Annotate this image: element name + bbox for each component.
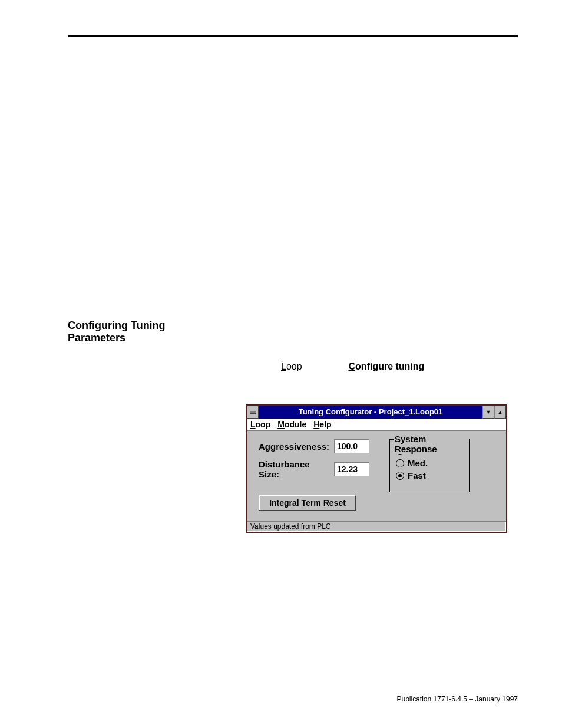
instruction-line: Loop Configure tuning (281, 361, 518, 372)
tuning-configurator-window: Tuning Configurator - Project_1.Loop01 ▼… (246, 404, 507, 533)
system-response-group: System Response Slow Med. Fast (389, 439, 470, 492)
radio-icon (396, 472, 404, 480)
window-title: Tuning Configurator - Project_1.Loop01 (259, 406, 482, 419)
minimize-icon[interactable]: ▼ (482, 406, 494, 419)
radio-icon (396, 459, 404, 467)
radio-fast[interactable]: Fast (396, 470, 463, 480)
section-heading: Configuring Tuning Parameters (68, 319, 177, 344)
menu-module[interactable]: Module (277, 420, 306, 429)
system-menu-icon[interactable] (247, 406, 259, 419)
page-top-rule (68, 35, 518, 37)
titlebar: Tuning Configurator - Project_1.Loop01 ▼… (247, 406, 506, 419)
menu-loop[interactable]: Loop (250, 420, 270, 429)
aggressiveness-label: Aggressiveness: (259, 442, 330, 452)
radio-med[interactable]: Med. (396, 458, 463, 468)
maximize-icon[interactable]: ▲ (494, 406, 506, 419)
aggressiveness-input[interactable] (334, 439, 369, 453)
menu-help[interactable]: Help (313, 420, 331, 429)
menubar: Loop Module Help (247, 419, 506, 431)
radio-med-label: Med. (408, 458, 428, 468)
menu-configure-tuning-text: Configure tuning (349, 361, 425, 372)
menu-loop-text: Loop (281, 361, 302, 372)
publication-footer: Publication 1771-6.4.5 – January 1997 (397, 695, 518, 703)
client-area: Aggressiveness: Disturbance Size: Integr… (247, 431, 506, 521)
radio-fast-label: Fast (408, 470, 426, 480)
integral-term-reset-button[interactable]: Integral Term Reset (259, 495, 356, 511)
disturbance-size-input[interactable] (334, 462, 369, 476)
disturbance-size-label: Disturbance Size: (259, 459, 330, 479)
system-response-legend: System Response (394, 434, 469, 454)
status-bar: Values updated from PLC (247, 521, 506, 532)
